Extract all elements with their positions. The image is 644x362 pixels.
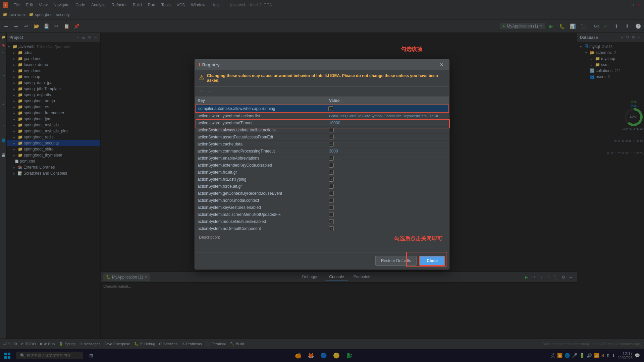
close-button[interactable]: Close <box>419 256 445 266</box>
reg-checkbox-16[interactable] <box>329 219 334 224</box>
reg-key-2: action.aware.typeaheadTimout <box>198 121 329 125</box>
reg-val-7 <box>329 156 446 161</box>
reg-val-16 <box>329 219 446 224</box>
reg-key-5: actionSystem.cache.data <box>198 142 329 146</box>
reg-val-5 <box>329 142 446 146</box>
dialog-toolbar: ✏ ↩ <box>195 86 449 97</box>
reg-row-highlighted[interactable]: compiler.automake.allow.when.app.running <box>195 105 449 113</box>
reg-key-15: actionSystem.mac.screenMenuNotUpdatedFix <box>198 212 329 217</box>
reg-row-7[interactable]: actionSystem.enableAbbreviations <box>195 155 449 162</box>
reg-val-17 <box>329 226 446 231</box>
reg-checkbox-4[interactable] <box>329 135 334 139</box>
reg-val-highlighted <box>328 106 446 111</box>
reg-row-2[interactable]: action.aware.typeaheadTimout 10000 <box>195 120 449 127</box>
registry-dialog: I Registry ✕ ⚠ Changing these values may… <box>195 59 449 269</box>
dialog-title-text: Registry <box>202 62 220 67</box>
reg-row-15[interactable]: actionSystem.mac.screenMenuNotUpdatedFix <box>195 211 449 218</box>
reg-row-8[interactable]: actionSystem.extendedKeyCode.disabled <box>195 162 449 169</box>
reg-key-11: actionSystem.force.alt.gr <box>198 184 329 189</box>
reg-key-1: action.aware.typeahead.actions.list <box>198 114 329 118</box>
dialog-undo-btn[interactable]: ↩ <box>206 88 214 95</box>
reg-key-7: actionSystem.enableAbbreviations <box>198 156 329 161</box>
reg-val-12 <box>329 191 446 196</box>
registry-table: compiler.automake.allow.when.app.running… <box>195 105 449 232</box>
reg-row-5[interactable]: actionSystem.cache.data <box>195 141 449 148</box>
reg-row-12[interactable]: actionSystem.getContextByRecentMouseEven… <box>195 190 449 197</box>
reg-key-12: actionSystem.getContextByRecentMouseEven… <box>198 191 329 196</box>
warning-text: Changing these values may cause unwanted… <box>207 73 445 83</box>
reg-row-1[interactable]: action.aware.typeahead.actions.list Goto… <box>195 113 449 120</box>
dialog-title-bar: I Registry ✕ <box>195 59 449 70</box>
dialog-title: I Registry <box>199 62 220 67</box>
reg-key-4: actionSystem.assertFocusAccessFromEdt <box>198 135 329 139</box>
reg-val-2: 10000 <box>329 121 446 125</box>
dialog-logo: I <box>199 62 200 67</box>
reg-row-3[interactable]: actionSystem.always.update.toolbar.actio… <box>195 127 449 134</box>
restore-defaults-button[interactable]: Restore Defaults <box>375 256 417 266</box>
reg-key-16: actionSystem.mouseGesturesEnabled <box>198 219 329 224</box>
reg-val-3 <box>329 128 446 132</box>
reg-row-10[interactable]: actionSystem.fixLostTyping <box>195 176 449 183</box>
dialog-warning: ⚠ Changing these values may cause unwant… <box>195 70 449 86</box>
reg-checkbox-5[interactable] <box>329 142 334 146</box>
reg-col-val-header: Value <box>329 98 446 103</box>
annotation-check: 勾选该项 <box>401 46 422 53</box>
reg-key-17: actionSystem.noDefaultComponent <box>198 226 329 231</box>
reg-val-6: 3000 <box>329 149 446 154</box>
reg-row-13[interactable]: actionSystem.honor.modal.context <box>195 197 449 204</box>
reg-val-8 <box>329 163 446 168</box>
reg-checkbox-9[interactable] <box>329 170 334 175</box>
reg-row-9[interactable]: actionSystem.fix.alt.gr <box>195 169 449 176</box>
reg-checkbox-14[interactable] <box>329 205 334 210</box>
dialog-close-button[interactable]: ✕ <box>438 61 445 68</box>
reg-row-17[interactable]: actionSystem.noDefaultComponent <box>195 225 449 232</box>
registry-table-header: Key Value <box>195 97 449 105</box>
reg-checkbox-10[interactable] <box>329 177 334 182</box>
reg-key-highlighted: compiler.automake.allow.when.app.running <box>198 106 328 111</box>
reg-checkbox-15[interactable] <box>329 212 334 217</box>
dialog-overlay: I Registry ✕ ⚠ Changing these values may… <box>0 0 644 362</box>
dialog-buttons: Restore Defaults Close <box>195 252 449 269</box>
reg-checkbox-0[interactable] <box>328 106 333 111</box>
reg-checkbox-12[interactable] <box>329 191 334 196</box>
reg-checkbox-8[interactable] <box>329 163 334 168</box>
reg-key-6: actionSystem.commandProcessingTimeout <box>198 149 329 154</box>
reg-key-14: actionSystem.keyGestures.enabled <box>198 205 329 210</box>
reg-val-4 <box>329 135 446 139</box>
reg-val-10 <box>329 177 446 182</box>
reg-row-14[interactable]: actionSystem.keyGestures.enabled <box>195 204 449 211</box>
reg-col-key-header: Key <box>198 98 329 103</box>
reg-row-6[interactable]: actionSystem.commandProcessingTimeout 30… <box>195 148 449 155</box>
dialog-desc-label: Description: <box>199 235 220 240</box>
reg-val-1: GotoClass,GotoFile,GotoSymbol,FindInPath… <box>329 114 446 118</box>
reg-key-13: actionSystem.honor.modal.context <box>198 198 329 203</box>
reg-val-15 <box>329 212 446 217</box>
reg-row-16[interactable]: actionSystem.mouseGesturesEnabled <box>195 218 449 225</box>
reg-checkbox-17[interactable] <box>329 226 334 231</box>
reg-key-3: actionSystem.always.update.toolbar.actio… <box>198 128 329 132</box>
reg-checkbox-7[interactable] <box>329 156 334 161</box>
reg-key-9: actionSystem.fix.alt.gr <box>198 170 329 175</box>
reg-checkbox-13[interactable] <box>329 198 334 203</box>
warning-icon: ⚠ <box>199 74 204 81</box>
reg-row-11[interactable]: actionSystem.force.alt.gr <box>195 183 449 190</box>
dialog-description: Description: <box>195 232 449 252</box>
reg-row-4[interactable]: actionSystem.assertFocusAccessFromEdt <box>195 134 449 141</box>
reg-val-13 <box>329 198 446 203</box>
reg-key-10: actionSystem.fixLostTyping <box>198 177 329 182</box>
reg-checkbox-3[interactable] <box>329 128 334 132</box>
reg-checkbox-11[interactable] <box>329 184 334 189</box>
reg-key-8: actionSystem.extendedKeyCode.disabled <box>198 163 329 168</box>
dialog-edit-btn[interactable]: ✏ <box>198 88 205 95</box>
reg-val-14 <box>329 205 446 210</box>
reg-val-11 <box>329 184 446 189</box>
reg-val-9 <box>329 170 446 175</box>
